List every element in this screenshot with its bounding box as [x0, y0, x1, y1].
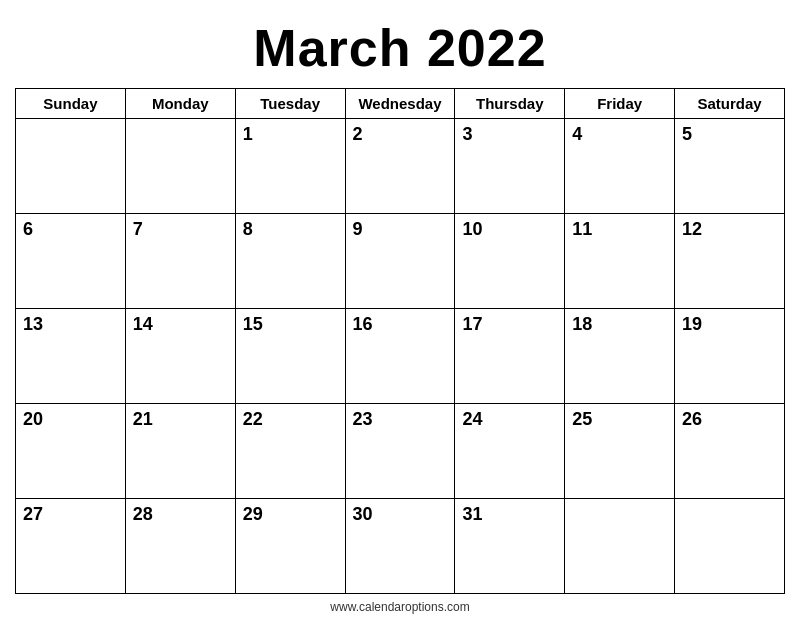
- calendar-day[interactable]: 13: [16, 309, 126, 404]
- calendar-day[interactable]: 29: [235, 499, 345, 594]
- calendar-day[interactable]: 19: [675, 309, 785, 404]
- weekday-header: Tuesday: [235, 89, 345, 119]
- calendar-day[interactable]: 12: [675, 214, 785, 309]
- footer-url: www.calendaroptions.com: [330, 594, 469, 618]
- calendar-day[interactable]: 3: [455, 119, 565, 214]
- calendar-day[interactable]: 22: [235, 404, 345, 499]
- weekday-header: Friday: [565, 89, 675, 119]
- calendar-day[interactable]: 18: [565, 309, 675, 404]
- calendar-table: SundayMondayTuesdayWednesdayThursdayFrid…: [15, 88, 785, 594]
- calendar-day[interactable]: 24: [455, 404, 565, 499]
- calendar-empty-day: [565, 499, 675, 594]
- calendar-day[interactable]: 9: [345, 214, 455, 309]
- calendar-day[interactable]: 1: [235, 119, 345, 214]
- calendar-empty-day: [675, 499, 785, 594]
- calendar-day[interactable]: 4: [565, 119, 675, 214]
- calendar-day[interactable]: 17: [455, 309, 565, 404]
- calendar-day[interactable]: 7: [125, 214, 235, 309]
- calendar-day[interactable]: 30: [345, 499, 455, 594]
- calendar-day[interactable]: 25: [565, 404, 675, 499]
- weekday-header: Thursday: [455, 89, 565, 119]
- calendar-day[interactable]: 23: [345, 404, 455, 499]
- weekday-header: Sunday: [16, 89, 126, 119]
- calendar-day[interactable]: 6: [16, 214, 126, 309]
- weekday-header: Saturday: [675, 89, 785, 119]
- calendar-day[interactable]: 21: [125, 404, 235, 499]
- calendar-wrapper: SundayMondayTuesdayWednesdayThursdayFrid…: [15, 88, 785, 594]
- calendar-empty-day: [125, 119, 235, 214]
- calendar-day[interactable]: 5: [675, 119, 785, 214]
- calendar-day[interactable]: 2: [345, 119, 455, 214]
- calendar-day[interactable]: 28: [125, 499, 235, 594]
- calendar-day[interactable]: 26: [675, 404, 785, 499]
- calendar-day[interactable]: 27: [16, 499, 126, 594]
- weekday-header: Wednesday: [345, 89, 455, 119]
- calendar-empty-day: [16, 119, 126, 214]
- calendar-day[interactable]: 10: [455, 214, 565, 309]
- calendar-day[interactable]: 20: [16, 404, 126, 499]
- calendar-day[interactable]: 11: [565, 214, 675, 309]
- page-title: March 2022: [253, 18, 546, 78]
- calendar-day[interactable]: 8: [235, 214, 345, 309]
- calendar-day[interactable]: 16: [345, 309, 455, 404]
- weekday-header: Monday: [125, 89, 235, 119]
- calendar-day[interactable]: 14: [125, 309, 235, 404]
- calendar-day[interactable]: 15: [235, 309, 345, 404]
- calendar-day[interactable]: 31: [455, 499, 565, 594]
